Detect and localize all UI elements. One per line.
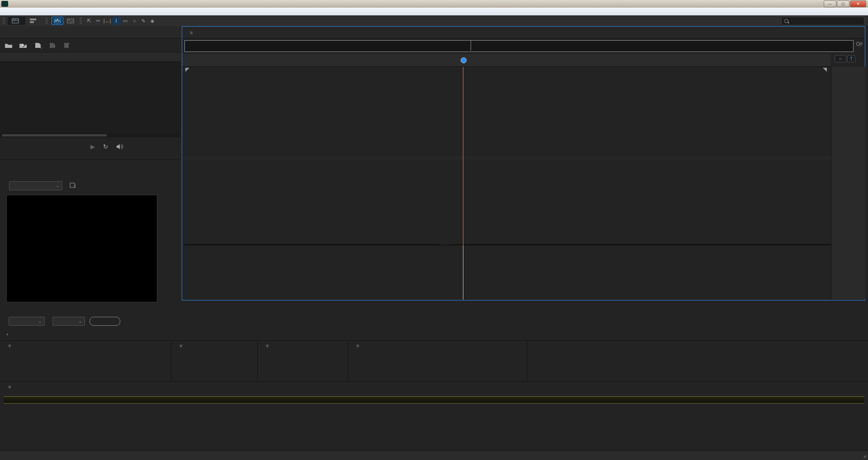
multitrack-view-button[interactable] [25,17,43,25]
time-menu-icon[interactable]: ≡ [179,343,183,348]
zoom-panel: ≡ [258,340,348,381]
paintbrush-tool-icon[interactable]: ✎ [139,17,148,25]
analysis-controls: ⌄ [0,179,181,192]
expander-icon: › [6,331,8,337]
analysis-bottom-controls: ⌄ ⌄ [0,317,181,326]
close-button[interactable]: ✕ [850,0,866,7]
hud-corner-handle-left[interactable] [185,68,189,72]
help-search-box[interactable] [781,17,864,25]
minimize-button[interactable]: — [824,0,836,7]
lasso-selection-tool-icon[interactable]: ○ [130,17,139,25]
app-logo-icon [1,1,8,7]
top-channel-dropdown[interactable]: ⌄ [52,317,85,326]
move-tool-icon[interactable]: ⇱ [85,17,94,25]
spectrogram-channel-right[interactable] [184,273,831,300]
playhead-head[interactable] [461,57,467,63]
status-bar: ◢ [0,451,868,460]
editor-panel-menu-icon[interactable]: ≡ [190,30,193,35]
overview-strip[interactable] [184,40,854,52]
trash-icon[interactable] [63,42,70,48]
spectrogram-channel-left[interactable] [184,245,831,272]
levels-menu-icon[interactable]: ≡ [8,384,11,390]
timeline-ruler[interactable] [182,54,830,67]
editor-tab-bar: ≡ [182,27,865,38]
waveform-view-button[interactable] [8,17,25,25]
auto-play-speaker-icon[interactable] [116,144,124,150]
maximize-button[interactable]: ▢ [837,0,849,7]
file-row[interactable] [0,62,181,70]
overview-menu-icon[interactable]: ≡ [860,41,863,46]
waveform-channel-right[interactable] [184,160,831,244]
transport-panel: ≡ [0,340,171,381]
file-list-empty-area [0,70,181,133]
razor-tool-icon[interactable]: ✂ [94,17,103,25]
playhead-line[interactable] [463,67,463,245]
files-hscrollbar[interactable] [0,133,181,137]
zoom-menu-icon[interactable]: ≡ [266,343,269,348]
display-dropdown[interactable]: ⌄ [9,317,45,326]
files-preview-controls: ▶ ↻ [0,137,181,155]
scan-button[interactable] [90,317,120,326]
snap-toggle-button[interactable]: T [847,55,855,62]
save-file-icon[interactable] [49,42,57,48]
advanced-row[interactable]: › [6,331,12,337]
copy-graph-icon[interactable] [70,183,76,189]
slip-tool-icon[interactable]: |↔| [103,17,112,25]
level-meter[interactable] [4,396,864,404]
new-file-icon[interactable] [34,42,42,48]
open-file-icon[interactable] [5,42,13,48]
analysis-tabs [0,160,181,179]
toolbar-separator [46,18,48,24]
vertical-ruler [831,67,865,300]
menu-bar [0,8,868,15]
resize-grip-icon[interactable]: ◢ [863,454,866,458]
marquee-selection-tool-icon[interactable]: ▭ [121,17,130,25]
empty-panel-area [528,340,868,381]
editor-panel: ≡ ≡ ‹› T ········· [182,26,865,300]
scale-dropdown[interactable]: ⌄ [9,181,62,190]
main-toolbar: ⇱ ✂ |↔| I ▭ ○ ✎ ◈ [0,15,868,27]
multitrack-icon [29,18,37,23]
zoom-buttons [258,351,348,352]
transport-menu-icon[interactable]: ≡ [8,343,11,348]
time-selection-tool-icon[interactable]: I [112,17,121,25]
channel-divider[interactable] [184,156,831,160]
preview-play-button[interactable]: ▶ [90,143,95,150]
time-panel: ≡ [171,340,257,381]
audition-window: — ▢ ✕ ⇱ ✂ |↔| I ▭ ○ ✎ ◈ [0,0,868,460]
spectral-display-button[interactable] [52,17,63,25]
toolbar-separator2 [80,18,82,24]
level-meter-scale [0,404,868,413]
transport-buttons [0,351,171,354]
selection-view-menu-icon[interactable]: ≡ [356,343,359,348]
files-panel-tabs [0,26,181,38]
waveform-channel-left[interactable] [184,67,831,156]
frequency-graph[interactable] [6,195,157,302]
import-file-icon[interactable] [19,42,28,48]
ruler-format-button[interactable]: ‹› [835,55,846,62]
waveform-display-button[interactable] [65,17,76,24]
files-panel: ▾ ▶ ↻ [0,26,181,159]
overview-playhead [471,41,471,51]
files-toolbar: ▾ [0,38,181,52]
search-icon [784,19,788,23]
levels-panel: ≡ [0,381,868,451]
frequency-analysis-panel: ⌄ ⌄ ⌄ › [0,159,181,341]
hud-corner-handle-right[interactable] [823,68,827,72]
waveform-icon [12,18,19,23]
spot-healing-tool-icon[interactable]: ◈ [148,17,157,25]
playhead-line-spectral [463,245,463,300]
preview-loop-button[interactable]: ↻ [103,143,108,150]
files-column-headers [0,52,181,62]
selection-view-panel: ≡ [348,340,527,381]
toolbar-grip[interactable] [3,18,5,24]
title-bar[interactable]: — ▢ ✕ [0,0,868,8]
